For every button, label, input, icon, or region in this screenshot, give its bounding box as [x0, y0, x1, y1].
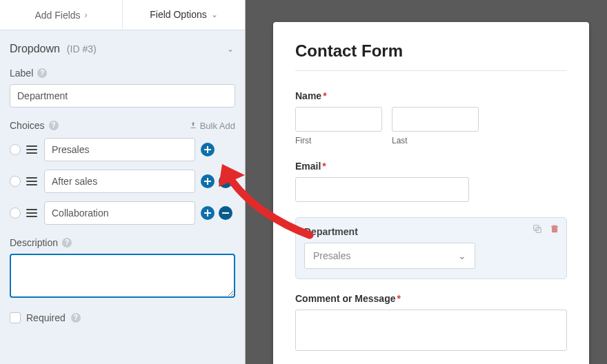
- tab-add-fields-label: Add Fields: [34, 10, 80, 21]
- copy-icon: [532, 223, 543, 234]
- divider: [295, 70, 567, 71]
- name-field: Name* First Last: [295, 90, 567, 145]
- svg-rect-1: [222, 212, 229, 214]
- help-icon[interactable]: ?: [71, 313, 81, 323]
- plus-icon: [203, 209, 212, 217]
- chevron-right-icon: ›: [85, 10, 88, 20]
- required-star-icon: *: [323, 90, 326, 101]
- comment-textarea[interactable]: [295, 310, 567, 351]
- minus-icon: [221, 177, 230, 185]
- section-header[interactable]: Dropdown (ID #3) ⌄: [0, 30, 245, 65]
- chevron-down-icon: ⌄: [211, 10, 218, 19]
- svg-rect-4: [553, 227, 557, 232]
- default-radio[interactable]: [10, 208, 21, 219]
- choice-input[interactable]: [44, 170, 195, 193]
- preview-card: Contact Form Name* First Last Email*: [273, 22, 589, 364]
- choice-row: [10, 170, 235, 193]
- department-dropdown[interactable]: Presales ⌄: [304, 243, 475, 269]
- section-body: Label ? Choices ? Bulk Add: [0, 65, 245, 337]
- svg-rect-0: [222, 181, 229, 182]
- chevron-down-icon: ⌄: [458, 250, 466, 261]
- default-radio[interactable]: [10, 176, 21, 187]
- department-label: Department: [304, 226, 358, 237]
- drag-handle-icon[interactable]: [26, 209, 39, 217]
- help-icon[interactable]: ?: [37, 68, 47, 78]
- email-field: Email*: [295, 161, 567, 202]
- tab-field-options-label: Field Options: [150, 9, 206, 20]
- left-panel: Add Fields › Field Options ⌄ Dropdown (I…: [0, 0, 246, 364]
- help-icon[interactable]: ?: [49, 121, 59, 130]
- comment-label: Comment or Message: [295, 293, 395, 304]
- bulk-add-label: Bulk Add: [200, 121, 235, 131]
- label-field: Label ?: [10, 68, 235, 108]
- label-input[interactable]: [10, 84, 235, 108]
- drag-handle-icon[interactable]: [26, 145, 39, 154]
- last-name-input[interactable]: [392, 107, 479, 132]
- required-star-icon: *: [322, 161, 326, 172]
- default-radio[interactable]: [10, 144, 21, 155]
- preview-backdrop: Contact Form Name* First Last Email*: [246, 8, 607, 364]
- department-selected: Presales: [313, 250, 350, 261]
- drag-handle-icon[interactable]: [26, 177, 39, 185]
- name-label: Name: [295, 90, 321, 101]
- choice-input[interactable]: [44, 201, 195, 225]
- label-caption: Label: [10, 68, 33, 79]
- email-input[interactable]: [295, 177, 469, 202]
- description-textarea[interactable]: [10, 254, 235, 298]
- section-id: (ID #3): [67, 43, 97, 54]
- choice-input[interactable]: [44, 138, 195, 161]
- department-field-selected[interactable]: Department Presales ⌄: [295, 217, 567, 279]
- description-field: Description ?: [10, 237, 235, 300]
- minus-icon: [221, 209, 230, 217]
- plus-icon: [203, 177, 212, 185]
- choices-caption: Choices: [10, 120, 45, 131]
- tabs: Add Fields › Field Options ⌄: [0, 0, 245, 30]
- tab-field-options[interactable]: Field Options ⌄: [122, 0, 245, 30]
- chevron-down-icon: ⌄: [227, 44, 234, 54]
- section-title: Dropdown: [10, 43, 60, 54]
- upload-icon: [189, 121, 197, 130]
- remove-choice-button[interactable]: [219, 206, 232, 220]
- add-choice-button[interactable]: [201, 206, 215, 220]
- trash-icon: [550, 223, 559, 234]
- add-choice-button[interactable]: [201, 143, 215, 156]
- required-caption: Required: [26, 312, 66, 323]
- add-choice-button[interactable]: [201, 174, 215, 188]
- first-name-input[interactable]: [295, 107, 382, 132]
- preview-top-bar: [246, 0, 607, 8]
- help-icon[interactable]: ?: [62, 238, 72, 247]
- bulk-add-button[interactable]: Bulk Add: [189, 121, 235, 131]
- form-title: Contact Form: [295, 41, 567, 61]
- duplicate-button[interactable]: [532, 223, 543, 234]
- plus-icon: [203, 145, 212, 154]
- field-tools: [532, 223, 559, 234]
- first-sublabel: First: [295, 136, 382, 145]
- choice-row: [10, 201, 235, 225]
- required-checkbox[interactable]: [10, 312, 21, 323]
- remove-choice-button[interactable]: [219, 174, 232, 188]
- choices-field: Choices ? Bulk Add: [10, 120, 235, 225]
- description-caption: Description: [10, 237, 58, 248]
- delete-button[interactable]: [550, 223, 559, 234]
- email-label: Email: [295, 161, 321, 172]
- tab-add-fields[interactable]: Add Fields ›: [0, 0, 122, 30]
- required-star-icon: *: [397, 293, 400, 304]
- last-sublabel: Last: [392, 136, 479, 145]
- choice-row: [10, 138, 235, 161]
- required-row: Required ?: [10, 312, 235, 323]
- comment-field: Comment or Message*: [295, 293, 567, 351]
